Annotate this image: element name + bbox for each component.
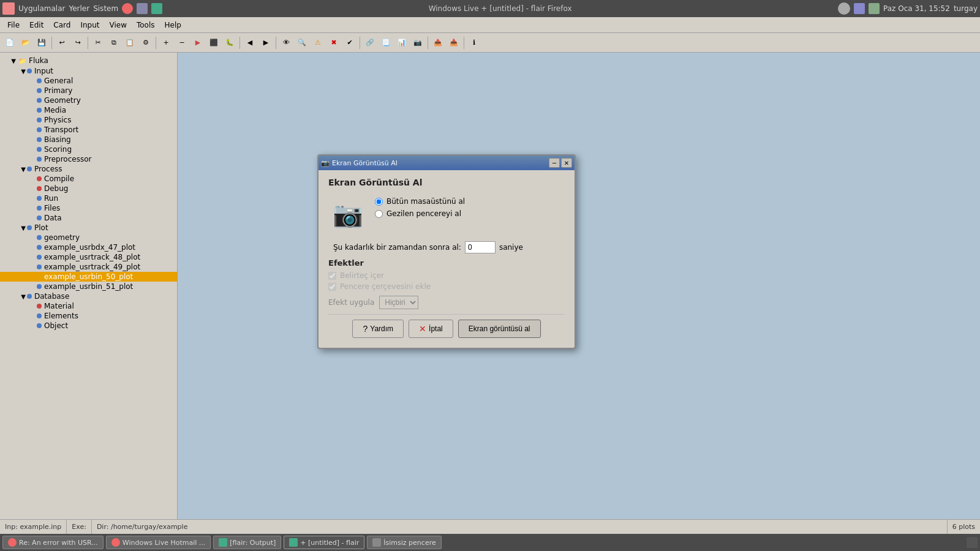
- menu-input[interactable]: Input: [75, 20, 104, 31]
- redo-btn[interactable]: ↪: [70, 36, 85, 50]
- tree-item-physics[interactable]: Physics: [0, 115, 177, 125]
- status-exe: Exe:: [67, 520, 92, 534]
- menu-file[interactable]: File: [2, 20, 24, 31]
- sep7: [428, 37, 428, 49]
- menu-help[interactable]: Help: [160, 20, 186, 31]
- tree-label-primary: Primary: [44, 86, 72, 95]
- menu-edit[interactable]: Edit: [24, 20, 48, 31]
- tree-item-ex1[interactable]: example_usrbdx_47_plot: [0, 242, 177, 252]
- save-btn[interactable]: 💾: [34, 36, 49, 50]
- tree-item-biasing[interactable]: Biasing: [0, 135, 177, 144]
- datetime: Paz Oca 31, 15:52: [883, 4, 950, 13]
- help-button[interactable]: ? Yardım: [352, 320, 404, 338]
- dot-database: [27, 294, 32, 299]
- radio-desktop[interactable]: [375, 198, 383, 206]
- tree-item-media[interactable]: Media: [0, 105, 177, 115]
- tree-item-scoring[interactable]: Scoring: [0, 144, 177, 154]
- open-btn[interactable]: 📂: [18, 36, 33, 50]
- export-btn[interactable]: 📤: [431, 36, 445, 50]
- delay-unit: saniye: [499, 243, 523, 252]
- screenshot-btn[interactable]: 📷: [410, 36, 425, 50]
- remove-btn[interactable]: −: [175, 36, 189, 50]
- info-btn[interactable]: ℹ: [467, 36, 481, 50]
- taskbar-flair-output[interactable]: [flair: Output]: [213, 536, 281, 549]
- tree-item-ex3[interactable]: example_usrtrack_49_plot: [0, 262, 177, 272]
- debug-btn[interactable]: 🐛: [222, 36, 237, 50]
- tree-item-fluka[interactable]: ▼ 📁 Fluka: [0, 55, 177, 66]
- add-btn[interactable]: +: [159, 36, 173, 50]
- tree-item-input[interactable]: ▼ Input: [0, 66, 177, 76]
- tree-label-material: Material: [44, 302, 74, 310]
- tree-item-geometry-plot[interactable]: geometry: [0, 233, 177, 242]
- taskbar-flair-main[interactable]: + [untitled] - flair: [284, 536, 364, 549]
- tree-item-compile[interactable]: Compile: [0, 174, 177, 184]
- tree-item-elements[interactable]: Elements: [0, 311, 177, 321]
- tree-item-object[interactable]: Object: [0, 321, 177, 331]
- tree-item-plot[interactable]: ▼ Plot: [0, 223, 177, 233]
- radio-window[interactable]: [375, 210, 383, 218]
- power-icon[interactable]: [967, 537, 978, 548]
- menu-view[interactable]: View: [105, 20, 132, 31]
- taskbar-hotmail[interactable]: Windows Live Hotmail ...: [106, 536, 211, 549]
- warn-btn[interactable]: ⚠: [311, 36, 325, 50]
- undo-btn[interactable]: ↩: [55, 36, 69, 50]
- check-cursor[interactable]: [328, 272, 336, 280]
- tree-item-files[interactable]: Files: [0, 203, 177, 213]
- link-btn[interactable]: 🔗: [363, 36, 377, 50]
- app-menu-item[interactable]: Uygulamalar: [18, 4, 65, 13]
- tree-label-physics: Physics: [44, 116, 71, 124]
- cut-btn[interactable]: ✂: [91, 36, 105, 50]
- dialog-buttons: ? Yardım ✕ İptal Ekran görüntüsü al: [328, 314, 565, 340]
- tree-item-data[interactable]: Data: [0, 213, 177, 223]
- error-btn[interactable]: ✖: [326, 36, 341, 50]
- system-menu-item[interactable]: Sistem: [93, 4, 118, 13]
- tree-label-ex5: example_usrbin_51_plot: [44, 282, 133, 291]
- view1-btn[interactable]: 👁: [279, 36, 293, 50]
- tree-item-primary[interactable]: Primary: [0, 86, 177, 96]
- capture-button[interactable]: Ekran görüntüsü al: [458, 320, 541, 338]
- view2-btn[interactable]: 🔍: [295, 36, 309, 50]
- chart-btn[interactable]: 📊: [394, 36, 409, 50]
- new-btn[interactable]: 📄: [2, 36, 17, 50]
- tree-item-preprocessor[interactable]: Preprocessor: [0, 154, 177, 164]
- effects-select[interactable]: Hiçbiri: [379, 296, 418, 309]
- copy-btn[interactable]: ⧉: [107, 36, 121, 50]
- next-btn[interactable]: ▶: [258, 36, 273, 50]
- tree-item-transport[interactable]: Transport: [0, 125, 177, 135]
- prev-btn[interactable]: ◀: [243, 36, 257, 50]
- delay-input[interactable]: [465, 241, 496, 253]
- radio-row-2: Gezilen pencereyi al: [375, 209, 465, 218]
- tree-label-input: Input: [34, 67, 53, 75]
- dialog-minimize-btn[interactable]: ─: [549, 158, 560, 168]
- settings-btn[interactable]: ⚙: [138, 36, 153, 50]
- tree-item-material[interactable]: Material: [0, 301, 177, 311]
- dialog-close-btn[interactable]: ✕: [561, 158, 572, 168]
- tree-item-process[interactable]: ▼ Process: [0, 164, 177, 174]
- tree-item-ex2[interactable]: example_usrtrack_48_plot: [0, 252, 177, 262]
- menu-tools[interactable]: Tools: [132, 20, 160, 31]
- check-frame[interactable]: [328, 283, 336, 291]
- tree-item-debug[interactable]: Debug: [0, 184, 177, 193]
- import-btn[interactable]: 📥: [447, 36, 461, 50]
- tree-item-general[interactable]: General: [0, 76, 177, 86]
- tree-label-ex4: example_usrbin_50_plot: [44, 272, 133, 281]
- taskbar-bottom: Re: An error with USR... Windows Live Ho…: [0, 534, 980, 551]
- tree-item-ex4[interactable]: example_usrbin_50_plot: [0, 272, 177, 282]
- run-btn[interactable]: ▶: [190, 36, 205, 50]
- check-row-2: Pencere çerçevesini ekle: [328, 282, 565, 291]
- check-btn[interactable]: ✔: [342, 36, 357, 50]
- tree-item-geometry[interactable]: Geometry: [0, 96, 177, 105]
- tree-item-database[interactable]: ▼ Database: [0, 291, 177, 301]
- tree-item-run[interactable]: Run: [0, 193, 177, 203]
- places-menu-item[interactable]: Yerler: [69, 4, 89, 13]
- effects-title: Efektler: [328, 258, 565, 268]
- tree-item-ex5[interactable]: example_usrbin_51_plot: [0, 282, 177, 291]
- taskbar-window[interactable]: İsimsiz pencere: [367, 536, 441, 549]
- tree-label-plot: Plot: [34, 223, 48, 232]
- cancel-button[interactable]: ✕ İptal: [409, 320, 453, 338]
- stop-btn[interactable]: ⬛: [206, 36, 221, 50]
- menu-card[interactable]: Card: [48, 20, 75, 31]
- paste-btn[interactable]: 📋: [123, 36, 137, 50]
- taskbar-firefox-error[interactable]: Re: An error with USR...: [2, 536, 104, 549]
- doc-btn[interactable]: 📃: [379, 36, 393, 50]
